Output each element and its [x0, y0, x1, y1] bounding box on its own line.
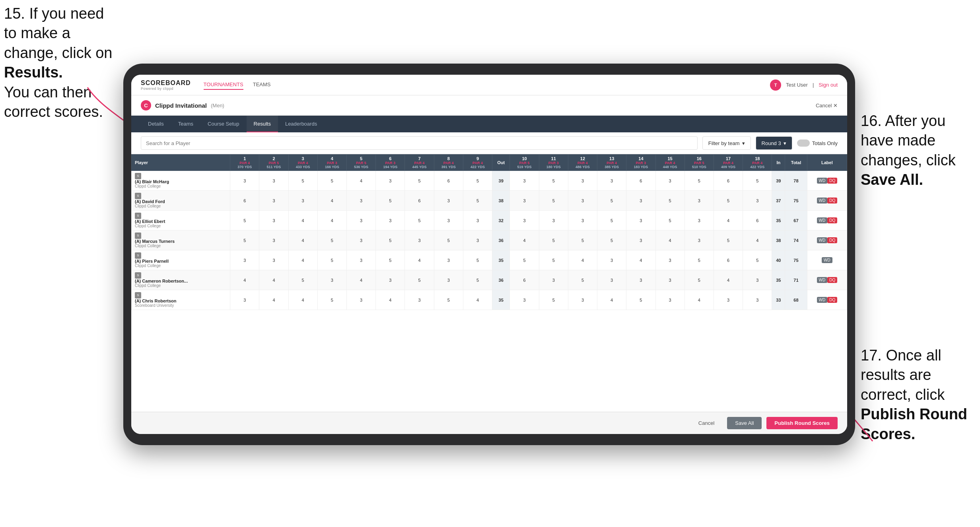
- score-hole-8[interactable]: 3: [434, 270, 463, 290]
- score-hole-18[interactable]: 3: [743, 270, 772, 290]
- tab-details[interactable]: Details: [141, 116, 171, 132]
- score-hole-16[interactable]: 5: [684, 171, 714, 191]
- score-hole-1[interactable]: 3: [230, 171, 259, 191]
- score-hole-15[interactable]: 3: [655, 250, 684, 270]
- score-hole-7[interactable]: 3: [405, 231, 434, 250]
- score-hole-3[interactable]: 5: [288, 171, 317, 191]
- dq-button[interactable]: DQ: [827, 277, 837, 283]
- totals-only-toggle[interactable]: Totals Only: [797, 140, 838, 147]
- score-hole-14[interactable]: 3: [626, 211, 655, 231]
- score-hole-13[interactable]: 3: [597, 250, 626, 270]
- score-hole-12[interactable]: 5: [568, 270, 597, 290]
- score-hole-2[interactable]: 4: [259, 290, 288, 310]
- score-hole-5[interactable]: 3: [346, 250, 375, 270]
- score-hole-1[interactable]: 6: [230, 191, 259, 211]
- score-hole-9[interactable]: 5: [463, 270, 492, 290]
- score-hole-4[interactable]: 5: [317, 250, 346, 270]
- score-hole-14[interactable]: 3: [626, 270, 655, 290]
- score-hole-17[interactable]: 5: [714, 191, 743, 211]
- wd-button[interactable]: WD: [817, 217, 828, 223]
- score-hole-14[interactable]: 3: [626, 191, 655, 211]
- score-hole-16[interactable]: 5: [684, 270, 714, 290]
- score-hole-10[interactable]: 3: [510, 211, 539, 231]
- tab-leaderboards[interactable]: Leaderboards: [278, 116, 324, 132]
- score-hole-4[interactable]: 3: [317, 270, 346, 290]
- score-hole-8[interactable]: 6: [434, 171, 463, 191]
- score-hole-13[interactable]: 5: [597, 211, 626, 231]
- score-hole-5[interactable]: 4: [346, 171, 375, 191]
- score-hole-18[interactable]: 5: [743, 171, 772, 191]
- score-hole-9[interactable]: 3: [463, 231, 492, 250]
- score-hole-16[interactable]: 3: [684, 211, 714, 231]
- wd-button[interactable]: WD: [822, 257, 832, 263]
- score-hole-10[interactable]: 4: [510, 231, 539, 250]
- score-hole-11[interactable]: 5: [539, 231, 568, 250]
- score-hole-6[interactable]: 3: [376, 211, 405, 231]
- nav-teams[interactable]: TEAMS: [253, 80, 271, 90]
- score-hole-18[interactable]: 5: [743, 250, 772, 270]
- score-hole-8[interactable]: 5: [434, 290, 463, 310]
- score-hole-11[interactable]: 3: [539, 270, 568, 290]
- score-hole-4[interactable]: 5: [317, 231, 346, 250]
- wd-button[interactable]: WD: [817, 297, 828, 303]
- score-hole-2[interactable]: 3: [259, 231, 288, 250]
- score-hole-18[interactable]: 3: [743, 290, 772, 310]
- score-hole-4[interactable]: 5: [317, 290, 346, 310]
- score-hole-15[interactable]: 4: [655, 231, 684, 250]
- dq-button[interactable]: DQ: [827, 297, 837, 303]
- score-hole-2[interactable]: 3: [259, 171, 288, 191]
- score-hole-3[interactable]: 4: [288, 211, 317, 231]
- dq-button[interactable]: DQ: [827, 217, 837, 223]
- score-hole-12[interactable]: 3: [568, 290, 597, 310]
- dq-button[interactable]: DQ: [827, 178, 837, 184]
- score-hole-13[interactable]: 3: [597, 171, 626, 191]
- score-hole-12[interactable]: 3: [568, 171, 597, 191]
- score-hole-15[interactable]: 5: [655, 191, 684, 211]
- score-hole-17[interactable]: 3: [714, 290, 743, 310]
- save-all-button[interactable]: Save All: [727, 417, 762, 429]
- score-hole-6[interactable]: 3: [376, 171, 405, 191]
- publish-round-scores-button[interactable]: Publish Round Scores: [766, 417, 838, 429]
- score-hole-17[interactable]: 6: [714, 250, 743, 270]
- tab-course-setup[interactable]: Course Setup: [200, 116, 247, 132]
- score-hole-14[interactable]: 3: [626, 231, 655, 250]
- score-hole-11[interactable]: 3: [539, 211, 568, 231]
- score-hole-10[interactable]: 3: [510, 171, 539, 191]
- score-hole-11[interactable]: 5: [539, 250, 568, 270]
- tournament-cancel[interactable]: Cancel ✕: [816, 103, 838, 108]
- score-hole-15[interactable]: 3: [655, 290, 684, 310]
- dq-button[interactable]: DQ: [827, 237, 837, 243]
- score-hole-5[interactable]: 3: [346, 191, 375, 211]
- score-hole-3[interactable]: 4: [288, 231, 317, 250]
- round-selector-button[interactable]: Round 3 ▾: [756, 136, 792, 150]
- score-hole-18[interactable]: 3: [743, 191, 772, 211]
- tab-results[interactable]: Results: [247, 116, 278, 132]
- score-hole-9[interactable]: 4: [463, 290, 492, 310]
- score-hole-4[interactable]: 5: [317, 171, 346, 191]
- score-hole-16[interactable]: 3: [684, 191, 714, 211]
- score-hole-18[interactable]: 4: [743, 231, 772, 250]
- score-hole-8[interactable]: 3: [434, 250, 463, 270]
- score-hole-4[interactable]: 4: [317, 191, 346, 211]
- score-hole-9[interactable]: 5: [463, 191, 492, 211]
- score-hole-17[interactable]: 6: [714, 171, 743, 191]
- score-hole-6[interactable]: 3: [376, 270, 405, 290]
- score-hole-12[interactable]: 3: [568, 211, 597, 231]
- score-hole-13[interactable]: 5: [597, 191, 626, 211]
- score-hole-11[interactable]: 5: [539, 171, 568, 191]
- score-hole-3[interactable]: 3: [288, 191, 317, 211]
- score-hole-7[interactable]: 4: [405, 250, 434, 270]
- score-hole-16[interactable]: 3: [684, 231, 714, 250]
- score-hole-15[interactable]: 5: [655, 211, 684, 231]
- wd-button[interactable]: WD: [817, 237, 828, 243]
- score-hole-13[interactable]: 3: [597, 270, 626, 290]
- score-hole-12[interactable]: 3: [568, 191, 597, 211]
- score-hole-12[interactable]: 5: [568, 231, 597, 250]
- score-hole-6[interactable]: 4: [376, 290, 405, 310]
- score-hole-7[interactable]: 5: [405, 171, 434, 191]
- score-hole-2[interactable]: 3: [259, 191, 288, 211]
- score-hole-7[interactable]: 3: [405, 290, 434, 310]
- score-hole-5[interactable]: 3: [346, 290, 375, 310]
- filter-team-button[interactable]: Filter by team ▾: [702, 136, 751, 150]
- score-hole-15[interactable]: 3: [655, 171, 684, 191]
